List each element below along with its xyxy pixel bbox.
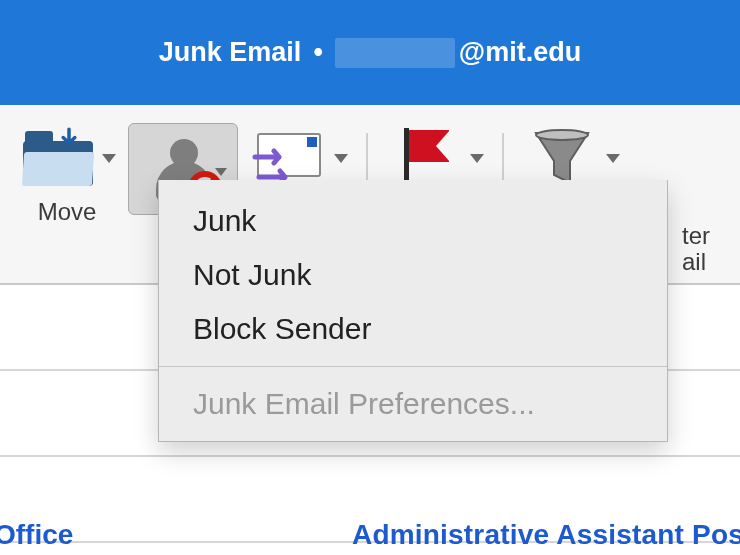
chevron-down-icon[interactable]: [606, 154, 620, 163]
chevron-down-icon[interactable]: [215, 168, 227, 176]
filter-label-line2: ail: [682, 249, 740, 275]
junk-dropdown-menu: Junk Not Junk Block Sender Junk Email Pr…: [158, 180, 668, 442]
menu-item-junk-preferences: Junk Email Preferences...: [159, 377, 667, 431]
window-titlebar: Junk Email • @mit.edu: [0, 0, 740, 105]
chevron-down-icon[interactable]: [334, 154, 348, 163]
menu-item-block-sender[interactable]: Block Sender: [159, 302, 667, 356]
email-domain: @mit.edu: [459, 37, 581, 68]
menu-item-not-junk[interactable]: Not Junk: [159, 248, 667, 302]
chevron-down-icon[interactable]: [102, 154, 116, 163]
filter-label-line1: ter: [682, 223, 740, 249]
app-root: Junk Email • @mit.edu Move: [0, 0, 740, 555]
chevron-down-icon[interactable]: [470, 154, 484, 163]
title-separator: •: [313, 37, 322, 68]
rules-icon: [251, 129, 329, 187]
menu-separator: [159, 366, 667, 367]
bottom-labels: Office Administrative Assistant Pos: [0, 507, 740, 551]
move-group: Move: [18, 123, 116, 225]
folder-name: Junk Email: [159, 37, 302, 68]
folder-move-icon: [23, 131, 93, 186]
menu-item-junk[interactable]: Junk: [159, 194, 667, 248]
message-subject-partial[interactable]: Administrative Assistant Pos: [352, 519, 740, 551]
filter-label-partial: ter ail: [682, 223, 740, 276]
folder-label-partial[interactable]: Office: [0, 519, 73, 551]
svg-point-1: [536, 130, 588, 140]
move-label: Move: [38, 199, 97, 225]
email-user-redacted: [335, 38, 455, 68]
move-button[interactable]: [18, 123, 98, 193]
